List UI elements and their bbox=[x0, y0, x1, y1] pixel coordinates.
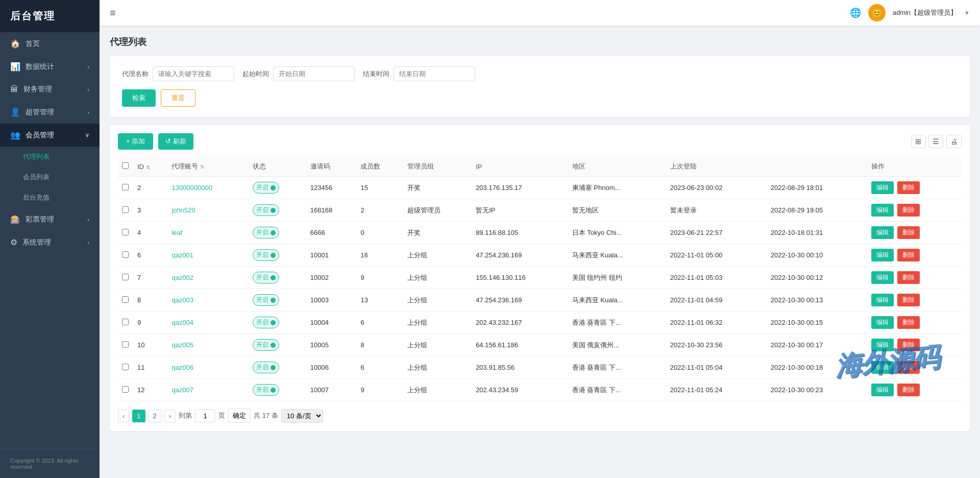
language-icon[interactable]: 🌐 bbox=[850, 7, 861, 18]
table-row: 4 leaf 开启 6666 0 开奖 89.116.88.105 日本 Tok… bbox=[118, 222, 962, 244]
table-row: 9 qaz004 开启 10004 6 上分组 202.43.232.167 香… bbox=[118, 312, 962, 334]
account-link[interactable]: 13000000000 bbox=[172, 184, 212, 192]
sidebar-item-home[interactable]: 🏠 首页 bbox=[0, 32, 100, 55]
row-checkbox[interactable] bbox=[122, 184, 129, 190]
delete-button[interactable]: 删除 bbox=[897, 249, 920, 261]
cell-invite-code: 6666 bbox=[306, 222, 357, 244]
select-all-checkbox[interactable] bbox=[122, 162, 129, 169]
lottery-icon: 🎰 bbox=[10, 214, 20, 224]
sidebar-item-super-admin[interactable]: 👤 超管管理 › bbox=[0, 101, 100, 124]
row-checkbox[interactable] bbox=[122, 206, 129, 213]
delete-button[interactable]: 删除 bbox=[897, 226, 920, 239]
delete-button[interactable]: 删除 bbox=[897, 361, 920, 374]
sidebar-sub-item-member-list[interactable]: 会员列表 bbox=[0, 167, 100, 187]
sidebar-sub-item-agent-list[interactable]: 代理列表 bbox=[0, 147, 100, 167]
row-checkbox[interactable] bbox=[122, 274, 129, 280]
end-date-input[interactable] bbox=[394, 66, 475, 81]
sidebar-item-data-stats[interactable]: 📊 数据统计 › bbox=[0, 55, 100, 78]
account-link[interactable]: qaz006 bbox=[172, 364, 193, 371]
account-link[interactable]: qaz004 bbox=[172, 319, 193, 326]
cell-account: qaz002 bbox=[167, 267, 249, 289]
edit-button[interactable]: 编辑 bbox=[871, 271, 894, 284]
end-time-filter: 结束时间 bbox=[363, 66, 475, 81]
cell-last-login: 2022-10-30 23:56 bbox=[666, 334, 767, 356]
delete-button[interactable]: 删除 bbox=[897, 271, 920, 284]
table-card: + 添加 ↺ 刷新 ⊞ ☰ 🖨 ID ⇅ 代理账号 ⇅ 状态 邀请码 bbox=[110, 125, 970, 431]
user-icon: 👤 bbox=[10, 107, 20, 117]
cell-account: qaz005 bbox=[167, 334, 249, 356]
row-checkbox[interactable] bbox=[122, 386, 129, 393]
sidebar-item-system[interactable]: ⚙ 系统管理 › bbox=[0, 231, 100, 254]
delete-button[interactable]: 删除 bbox=[897, 384, 920, 396]
account-link[interactable]: qaz003 bbox=[172, 296, 193, 304]
page-title: 代理列表 bbox=[110, 36, 970, 48]
page-2-button[interactable]: 2 bbox=[149, 410, 161, 422]
delete-button[interactable]: 删除 bbox=[897, 339, 920, 351]
cell-actions: 编辑 删除 bbox=[867, 356, 962, 379]
cell-last-login: 2022-11-01 05:24 bbox=[666, 379, 767, 401]
cell-actions: 编辑 删除 bbox=[867, 267, 962, 289]
delete-button[interactable]: 删除 bbox=[897, 294, 920, 306]
start-time-label: 起始时间 bbox=[242, 69, 269, 79]
edit-button[interactable]: 编辑 bbox=[871, 339, 894, 351]
status-badge: 开启 bbox=[253, 317, 279, 328]
page-jump-input[interactable] bbox=[195, 410, 215, 422]
sidebar-sub-item-recharge-label: 后台充值 bbox=[23, 193, 50, 202]
column-settings-button[interactable]: ⊞ bbox=[911, 135, 925, 148]
cell-actions: 编辑 删除 bbox=[867, 244, 962, 267]
row-checkbox[interactable] bbox=[122, 229, 129, 235]
edit-button[interactable]: 编辑 bbox=[871, 226, 894, 239]
account-link[interactable]: qaz002 bbox=[172, 274, 193, 281]
row-checkbox[interactable] bbox=[122, 296, 129, 303]
sidebar-item-member[interactable]: 👥 会员管理 ∨ bbox=[0, 124, 100, 147]
add-button[interactable]: + 添加 bbox=[118, 133, 153, 150]
page-1-button[interactable]: 1 bbox=[132, 410, 145, 422]
edit-button[interactable]: 编辑 bbox=[871, 204, 894, 217]
edit-button[interactable]: 编辑 bbox=[871, 361, 894, 374]
status-badge: 开启 bbox=[253, 384, 279, 396]
account-link[interactable]: qaz007 bbox=[172, 386, 193, 394]
sidebar-item-finance[interactable]: 🏛 财务管理 › bbox=[0, 78, 100, 101]
page-confirm-button[interactable]: 确定 bbox=[228, 409, 251, 423]
username-label[interactable]: admin【超级管理员】 bbox=[893, 8, 957, 17]
account-link[interactable]: john520 bbox=[172, 206, 195, 214]
cell-status: 开启 bbox=[249, 312, 306, 334]
account-link[interactable]: qaz005 bbox=[172, 341, 193, 349]
hamburger-button[interactable]: ≡ bbox=[110, 7, 116, 19]
print-button[interactable]: 🖨 bbox=[946, 135, 962, 148]
agent-table: ID ⇅ 代理账号 ⇅ 状态 邀请码 成员数 管理员组 IP 地区 上次登陆 操… bbox=[118, 157, 962, 401]
density-button[interactable]: ☰ bbox=[928, 135, 943, 148]
page-size-select[interactable]: 10 条/页 20 条/页 50 条/页 bbox=[281, 409, 323, 423]
edit-button[interactable]: 编辑 bbox=[871, 316, 894, 329]
reset-button[interactable]: 重置 bbox=[161, 89, 195, 107]
sidebar-sub-item-recharge[interactable]: 后台充值 bbox=[0, 187, 100, 208]
edit-button[interactable]: 编辑 bbox=[871, 249, 894, 261]
account-link[interactable]: qaz001 bbox=[172, 251, 193, 259]
delete-button[interactable]: 删除 bbox=[897, 181, 920, 194]
row-checkbox[interactable] bbox=[122, 319, 129, 325]
prev-page-button[interactable]: ‹ bbox=[118, 410, 129, 422]
sidebar-item-lottery[interactable]: 🎰 彩票管理 › bbox=[0, 208, 100, 231]
row-checkbox[interactable] bbox=[122, 251, 129, 258]
delete-button[interactable]: 删除 bbox=[897, 204, 920, 217]
cell-account: qaz003 bbox=[167, 289, 249, 312]
cell-members: 6 bbox=[356, 312, 403, 334]
start-date-input[interactable] bbox=[273, 66, 355, 81]
cell-invite-code: 168168 bbox=[306, 199, 357, 222]
edit-button[interactable]: 编辑 bbox=[871, 181, 894, 194]
user-dropdown-icon[interactable]: ▼ bbox=[964, 10, 970, 16]
next-page-button[interactable]: › bbox=[164, 410, 176, 422]
search-button[interactable]: 检索 bbox=[122, 89, 156, 107]
account-link[interactable]: leaf bbox=[172, 229, 182, 236]
total-label: 共 17 条 bbox=[254, 411, 278, 420]
agent-name-input[interactable] bbox=[153, 66, 234, 81]
edit-button[interactable]: 编辑 bbox=[871, 384, 894, 396]
cell-admin-group: 上分组 bbox=[403, 334, 472, 356]
cell-actions: 编辑 删除 bbox=[867, 334, 962, 356]
refresh-button[interactable]: ↺ 刷新 bbox=[158, 133, 193, 150]
edit-button[interactable]: 编辑 bbox=[871, 294, 894, 306]
row-checkbox[interactable] bbox=[122, 364, 129, 370]
delete-button[interactable]: 删除 bbox=[897, 316, 920, 329]
row-checkbox[interactable] bbox=[122, 341, 129, 348]
sidebar: 后台管理 🏠 首页 📊 数据统计 › 🏛 财务管理 › 👤 超管管理 › 👥 会… bbox=[0, 0, 100, 478]
